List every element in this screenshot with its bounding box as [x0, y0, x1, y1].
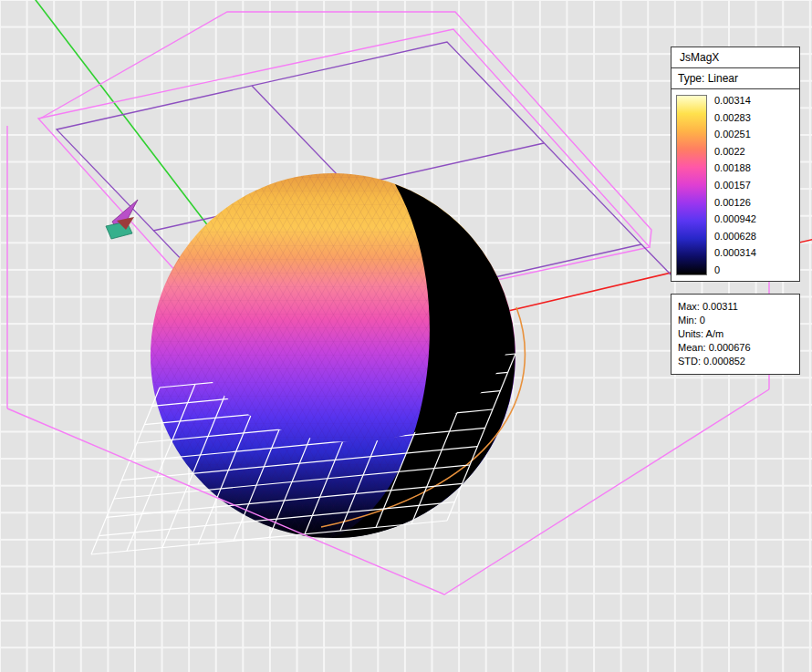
colorbar: [676, 95, 707, 275]
stat-mean: Mean: 0.000676: [678, 341, 799, 355]
scale-value: 0.00188: [714, 162, 795, 173]
port-arrow[interactable]: [106, 200, 138, 239]
scale-value: 0.00283: [714, 112, 795, 123]
stat-max: Max: 0.00311: [678, 300, 799, 314]
scale-value: 0.00251: [714, 129, 795, 140]
legend-scale[interactable]: 0.00314 0.00283 0.00251 0.0022 0.00188 0…: [671, 88, 800, 282]
purple-sheet-extension: [641, 244, 672, 276]
scale-value: 0.00126: [714, 197, 795, 208]
stat-min: Min: 0: [678, 314, 799, 327]
scale-value: 0.000942: [714, 213, 795, 224]
legend-type: Type: Linear: [671, 67, 800, 89]
scale-value: 0.00157: [714, 180, 795, 191]
scale-value: 0.000314: [714, 247, 795, 258]
stat-std: STD: 0.000852: [678, 355, 799, 368]
scale-values: 0.00314 0.00283 0.00251 0.0022 0.00188 0…: [707, 95, 795, 275]
scale-value: 0.00314: [714, 95, 795, 106]
legend-title: JsMagX: [671, 47, 800, 68]
color-legend[interactable]: JsMagX Type: Linear 0.00314 0.00283 0.00…: [671, 47, 800, 375]
scale-value: 0.000628: [714, 231, 795, 242]
stat-units: Units: A/m: [678, 327, 799, 341]
legend-stats: Max: 0.00311 Min: 0 Units: A/m Mean: 0.0…: [671, 294, 800, 375]
scale-value: 0: [714, 264, 795, 275]
scale-value: 0.0022: [714, 146, 795, 157]
viewport-canvas[interactable]: JsMagX Type: Linear 0.00314 0.00283 0.00…: [0, 0, 812, 672]
